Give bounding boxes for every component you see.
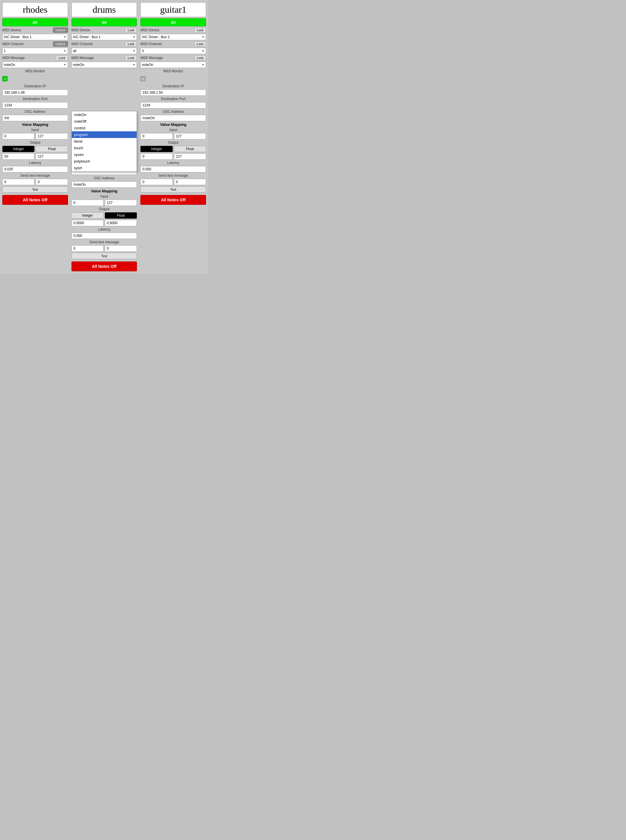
drums-output-min[interactable] (72, 220, 103, 226)
rhodes-dest-ip-input[interactable] (2, 89, 68, 96)
rhodes-test-btn[interactable]: Test (2, 186, 68, 193)
main-container: rhodes on MIDI Device Unlock IAC Driver … (0, 0, 208, 274)
drums-output-range (72, 220, 137, 226)
rhodes-title: rhodes (2, 2, 68, 17)
rhodes-midi-channel-select[interactable]: 1 (2, 48, 68, 54)
drums-value-mapping-title: Value Mapping (72, 189, 137, 193)
rhodes-midi-driver-select[interactable]: IAC Driver : Bus 1 (2, 34, 68, 40)
drums-output-label: Output (72, 207, 137, 211)
drums-midi-message-select[interactable]: noteOn (72, 62, 137, 68)
rhodes-midi-message-btn[interactable]: Lock (56, 55, 68, 61)
guitar1-latency-input[interactable] (140, 166, 206, 172)
rhodes-on-button[interactable]: on (2, 18, 68, 27)
guitar1-output-max[interactable] (174, 153, 206, 160)
rhodes-latency-input[interactable] (2, 166, 68, 172)
guitar1-input-max[interactable] (174, 133, 206, 139)
rhodes-test-val2[interactable] (36, 179, 68, 185)
drums-test-val2[interactable] (105, 245, 137, 251)
guitar1-output-min[interactable] (140, 153, 172, 160)
guitar1-midi-channel-select[interactable]: 3 (140, 48, 206, 54)
guitar1-title: guitar1 (140, 2, 206, 17)
rhodes-midi-channel-btn[interactable]: Unlock (53, 41, 68, 47)
drums-midi-message-btn[interactable]: Lock (125, 55, 137, 61)
rhodes-midi-message-select[interactable]: noteOn (2, 62, 68, 68)
dropdown-item-touch[interactable]: touch (72, 145, 137, 151)
guitar1-osc-address-input[interactable] (140, 115, 206, 121)
guitar1-test-btn[interactable]: Test (140, 186, 206, 193)
drums-test-values (72, 245, 137, 251)
guitar1-output-label: Output (140, 141, 206, 145)
dropdown-item-sysrt[interactable]: sysrt (72, 165, 137, 171)
guitar1-output-integer-btn[interactable]: Integer (140, 146, 172, 152)
drums-osc-address-input[interactable] (72, 181, 137, 188)
rhodes-midi-device-btn[interactable]: Unlock (53, 28, 68, 33)
drums-input-max[interactable] (105, 200, 137, 206)
guitar1-on-button[interactable]: on (140, 18, 206, 27)
drums-input-range (72, 200, 137, 206)
drums-latency-input[interactable] (72, 233, 137, 239)
drums-input-min[interactable] (72, 200, 103, 206)
rhodes-input-max[interactable] (36, 133, 68, 139)
dropdown-item-noteOff[interactable]: noteOff (72, 118, 137, 125)
guitar1-test-val1[interactable] (140, 179, 172, 185)
rhodes-midi-channel-wrapper: 1 (2, 48, 68, 54)
drums-midi-message-label: MIDI Message (72, 56, 94, 60)
guitar1-monitor-badge: x (140, 76, 146, 81)
drums-midi-message-dropdown-popup: noteOn noteOff control program bend touc… (72, 111, 137, 172)
rhodes-output-integer-btn[interactable]: Integer (2, 146, 34, 152)
dropdown-item-control[interactable]: control (72, 125, 137, 131)
rhodes-midi-device-row: MIDI Device Unlock (2, 28, 68, 33)
drums-all-notes-off-btn[interactable]: All Notes Off (72, 261, 137, 271)
rhodes-output-float-btn[interactable]: Float (36, 146, 68, 152)
drums-midi-channel-btn[interactable]: Lock (125, 41, 137, 47)
drums-test-btn[interactable]: Test (72, 253, 137, 259)
guitar1-dest-port-input[interactable] (140, 102, 206, 108)
guitar1-midi-device-row: MIDI Device Lock (140, 28, 206, 33)
guitar1-input-min[interactable] (140, 133, 172, 139)
guitar1-midi-message-row: MIDI Message Lock (140, 55, 206, 61)
drums-midi-driver-select[interactable]: IAC Driver : Bus 1 (72, 34, 137, 40)
rhodes-dest-ip-label: Destination IP (2, 84, 68, 88)
drums-test-val1[interactable] (72, 245, 103, 251)
guitar1-midi-channel-btn[interactable]: Lock (194, 41, 206, 47)
guitar1-input-range (140, 133, 206, 139)
rhodes-midi-message-wrapper: noteOn (2, 62, 68, 68)
drums-output-float-btn[interactable]: Float (105, 212, 137, 219)
rhodes-osc-address-input[interactable] (2, 115, 68, 121)
guitar1-all-notes-off-btn[interactable]: All Notes Off (140, 195, 206, 205)
drums-latency-label: Latency (72, 227, 137, 231)
rhodes-output-min[interactable] (2, 153, 34, 160)
guitar1-midi-monitor-label: MIDI Monitor (140, 69, 206, 73)
guitar1-midi-driver-select[interactable]: IAC Driver : Bus 1 (140, 34, 206, 40)
drums-output-max[interactable] (105, 220, 137, 226)
rhodes-monitor-area: o (2, 74, 68, 83)
guitar1-midi-channel-wrapper: 3 (140, 48, 206, 54)
guitar1-test-val2[interactable] (174, 179, 206, 185)
guitar1-midi-device-btn[interactable]: Lock (194, 28, 206, 33)
guitar1-midi-message-select[interactable]: noteOn (140, 62, 206, 68)
rhodes-all-notes-off-btn[interactable]: All Notes Off (2, 195, 68, 205)
guitar1-output-float-btn[interactable]: Float (174, 146, 206, 152)
rhodes-dest-port-input[interactable] (2, 102, 68, 108)
guitar1-dest-ip-input[interactable] (140, 89, 206, 96)
drums-midi-channel-select[interactable]: all (72, 48, 137, 54)
dropdown-item-program[interactable]: program (72, 131, 137, 138)
drums-midi-channel-wrapper: all (72, 48, 137, 54)
rhodes-input-min[interactable] (2, 133, 34, 139)
rhodes-midi-channel-row: MIDI Channel Unlock (2, 41, 68, 47)
guitar1-midi-message-btn[interactable]: Lock (194, 55, 206, 61)
rhodes-test-val1[interactable] (2, 179, 34, 185)
drums-on-button[interactable]: on (72, 18, 137, 27)
drums-midi-device-btn[interactable]: Lock (125, 28, 137, 33)
drums-output-type-row: Integer Float (72, 212, 137, 219)
guitar1-input-label: Input (140, 128, 206, 132)
drums-output-integer-btn[interactable]: Integer (72, 212, 103, 219)
rhodes-dest-port-label: Destination Port (2, 97, 68, 101)
rhodes-output-max[interactable] (36, 153, 68, 160)
dropdown-item-sysex[interactable]: sysex (72, 151, 137, 158)
dropdown-item-polytouch[interactable]: polytouch (72, 158, 137, 165)
dropdown-item-noteOn[interactable]: noteOn (72, 111, 137, 118)
guitar1-midi-device-label: MIDI Device (140, 28, 159, 32)
guitar1-output-range (140, 153, 206, 160)
dropdown-item-bend[interactable]: bend (72, 138, 137, 145)
